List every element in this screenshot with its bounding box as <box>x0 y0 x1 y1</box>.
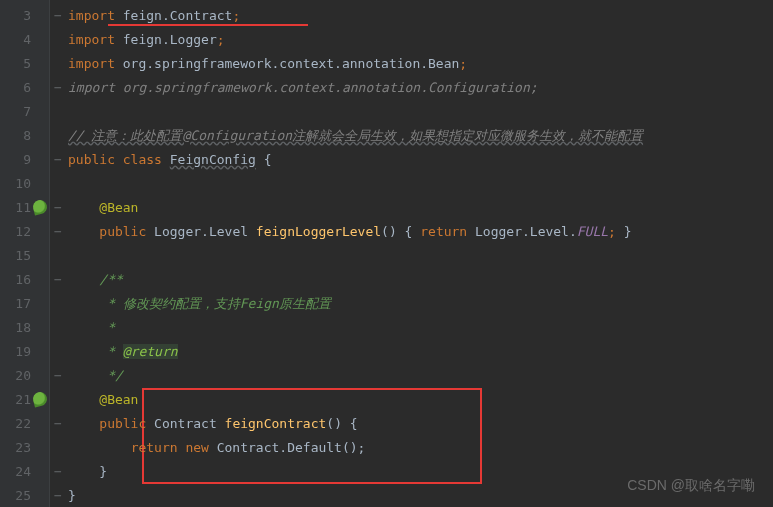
code-token: FULL <box>577 224 608 239</box>
code-token: } <box>99 464 107 479</box>
code-line[interactable]: − /** <box>54 268 773 292</box>
code-line[interactable]: @Bean <box>54 388 773 412</box>
code-token: public <box>99 416 154 431</box>
code-token <box>68 464 99 479</box>
line-number: 19 <box>0 340 49 364</box>
code-token: Logger.Level. <box>475 224 577 239</box>
code-token <box>68 200 99 215</box>
code-token: ; <box>459 56 467 71</box>
code-token: FeignConfig <box>170 152 256 167</box>
code-editor[interactable]: 34567891011121516171819202122232425 −imp… <box>0 0 773 507</box>
code-token: @Bean <box>99 200 138 215</box>
line-number: 9 <box>0 148 49 172</box>
code-line[interactable]: * <box>54 316 773 340</box>
line-number: 20 <box>0 364 49 388</box>
spring-bean-icon[interactable] <box>33 200 47 214</box>
code-token <box>68 392 99 407</box>
fold-indicator[interactable]: − <box>54 412 68 436</box>
code-token <box>68 296 107 311</box>
code-line[interactable]: −import org.springframework.context.anno… <box>54 76 773 100</box>
code-token: /** <box>99 272 122 287</box>
code-area[interactable]: −import feign.Contract; import feign.Log… <box>50 0 773 507</box>
code-token: return <box>420 224 475 239</box>
fold-indicator[interactable]: − <box>54 364 68 388</box>
code-token: () { <box>381 224 420 239</box>
line-number: 17 <box>0 292 49 316</box>
fold-indicator[interactable] <box>54 124 68 148</box>
fold-indicator[interactable]: − <box>54 460 68 484</box>
code-token: Contract <box>154 416 224 431</box>
code-token <box>68 224 99 239</box>
code-line[interactable]: import feign.Logger; <box>54 28 773 52</box>
code-token <box>68 368 107 383</box>
code-line[interactable]: − public Contract feignContract() { <box>54 412 773 436</box>
line-number: 8 <box>0 124 49 148</box>
code-token: feign.Logger <box>123 32 217 47</box>
code-line[interactable]: − */ <box>54 364 773 388</box>
code-token: * 修改契约配置，支持Feign原生配置 <box>107 296 331 311</box>
code-line[interactable] <box>54 244 773 268</box>
code-line[interactable]: * 修改契约配置，支持Feign原生配置 <box>54 292 773 316</box>
code-token <box>68 320 107 335</box>
line-number: 15 <box>0 244 49 268</box>
spring-bean-icon[interactable] <box>33 392 47 406</box>
code-line[interactable]: return new Contract.Default(); <box>54 436 773 460</box>
code-line[interactable]: − @Bean <box>54 196 773 220</box>
line-number: 5 <box>0 52 49 76</box>
code-token: () { <box>326 416 357 431</box>
fold-indicator[interactable] <box>54 388 68 412</box>
fold-indicator[interactable] <box>54 52 68 76</box>
code-token: * <box>107 344 123 359</box>
line-number: 25 <box>0 484 49 507</box>
fold-indicator[interactable] <box>54 244 68 268</box>
fold-indicator[interactable] <box>54 100 68 124</box>
fold-indicator[interactable] <box>54 340 68 364</box>
watermark: CSDN @取啥名字嘞 <box>627 477 755 495</box>
code-line[interactable] <box>54 100 773 124</box>
code-token: * <box>107 320 115 335</box>
code-line[interactable]: // 注意：此处配置@Configuration注解就会全局生效，如果想指定对应… <box>54 124 773 148</box>
code-line[interactable]: −public class FeignConfig { <box>54 148 773 172</box>
line-number: 7 <box>0 100 49 124</box>
code-token <box>68 272 99 287</box>
code-token: ; <box>232 8 240 23</box>
fold-indicator[interactable] <box>54 436 68 460</box>
code-token: import <box>68 8 123 23</box>
line-number: 24 <box>0 460 49 484</box>
line-number: 23 <box>0 436 49 460</box>
code-token: public <box>99 224 154 239</box>
code-token: @return <box>123 344 178 359</box>
fold-indicator[interactable]: − <box>54 220 68 244</box>
fold-indicator[interactable] <box>54 316 68 340</box>
code-token: import <box>68 32 123 47</box>
code-line[interactable] <box>54 172 773 196</box>
code-token: Contract.Default(); <box>217 440 366 455</box>
fold-indicator[interactable]: − <box>54 196 68 220</box>
code-token: import org.springframework.context.annot… <box>68 80 538 95</box>
code-token <box>68 440 131 455</box>
code-token: // 注意：此处配置@Configuration注解就会全局生效，如果想指定对应… <box>68 128 643 143</box>
fold-indicator[interactable] <box>54 28 68 52</box>
code-line[interactable]: import org.springframework.context.annot… <box>54 52 773 76</box>
code-token <box>68 344 107 359</box>
fold-indicator[interactable]: − <box>54 484 68 507</box>
code-token <box>68 416 99 431</box>
fold-indicator[interactable] <box>54 292 68 316</box>
fold-indicator[interactable]: − <box>54 76 68 100</box>
code-line[interactable]: −import feign.Contract; <box>54 4 773 28</box>
line-gutter: 34567891011121516171819202122232425 <box>0 0 50 507</box>
line-number: 18 <box>0 316 49 340</box>
line-number: 12 <box>0 220 49 244</box>
code-token: ; <box>608 224 616 239</box>
fold-indicator[interactable]: − <box>54 268 68 292</box>
fold-indicator[interactable] <box>54 172 68 196</box>
line-number: 3 <box>0 4 49 28</box>
fold-indicator[interactable]: − <box>54 148 68 172</box>
line-number: 16 <box>0 268 49 292</box>
code-token: Logger.Level <box>154 224 256 239</box>
fold-indicator[interactable]: − <box>54 4 68 28</box>
code-line[interactable]: * @return <box>54 340 773 364</box>
code-token: @Bean <box>99 392 138 407</box>
code-line[interactable]: − public Logger.Level feignLoggerLevel()… <box>54 220 773 244</box>
code-token: } <box>616 224 632 239</box>
